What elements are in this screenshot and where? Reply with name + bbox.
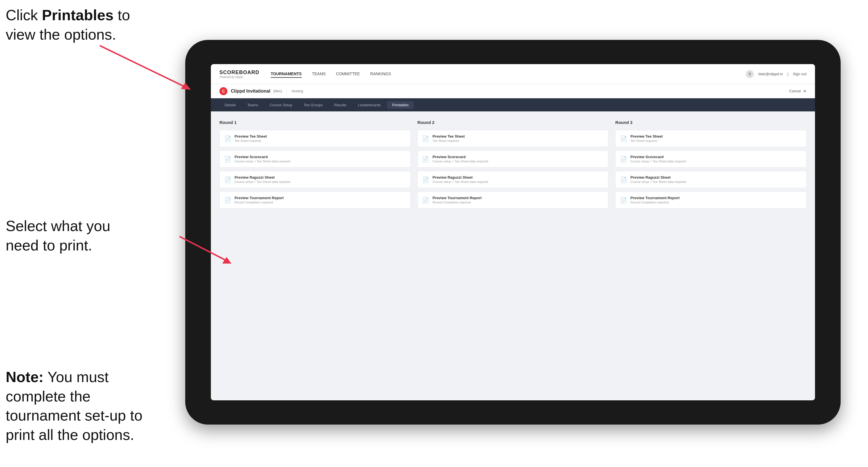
- r2-raguzzi-title: Preview Raguzzi Sheet: [433, 175, 488, 180]
- document-icon: 📄: [224, 135, 231, 143]
- tournament-name: Clippd Invitational: [231, 89, 271, 94]
- avatar: B: [746, 70, 754, 78]
- annotation-middle: Select what youneed to print.: [6, 217, 110, 255]
- doc-icon-r2-4: 📄: [422, 196, 429, 204]
- separator: |: [787, 72, 788, 76]
- r3-report-subtitle: Round Completion required: [630, 200, 679, 204]
- document-icon-3: 📄: [224, 176, 231, 184]
- r3-tee-sheet-subtitle: Tee Sheet required: [630, 139, 662, 143]
- annotation-bottom: Note: You must complete the tournament s…: [6, 368, 148, 444]
- printables-bold: Printables: [42, 7, 114, 23]
- r2-scorecard-title: Preview Scorecard: [433, 155, 488, 159]
- doc-icon-r3-4: 📄: [620, 196, 627, 204]
- r3-raguzzi-subtitle: Course setup + Tee Sheet data required: [630, 180, 686, 184]
- note-bold: Note:: [6, 369, 43, 385]
- document-icon-4: 📄: [224, 196, 231, 204]
- r1-raguzzi-subtitle: Course setup + Tee Sheet data required: [235, 180, 290, 184]
- round-1-report-card[interactable]: 📄 Preview Tournament Report Round Comple…: [219, 191, 411, 209]
- round-3-raguzzi-card[interactable]: 📄 Preview Raguzzi Sheet Course setup + T…: [615, 171, 806, 188]
- sign-out-link[interactable]: Sign out: [793, 72, 806, 76]
- r3-raguzzi-title: Preview Raguzzi Sheet: [630, 175, 686, 180]
- tab-leaderboards[interactable]: Leaderboards: [353, 101, 386, 109]
- round-3-tee-sheet-card[interactable]: 📄 Preview Tee Sheet Tee Sheet required: [615, 130, 806, 147]
- round-1-raguzzi-card[interactable]: 📄 Preview Raguzzi Sheet Course setup + T…: [219, 171, 411, 188]
- round-2-column: Round 2 📄 Preview Tee Sheet Tee Sheet re…: [417, 120, 609, 209]
- tournament-logo: C: [219, 87, 227, 95]
- top-nav: SCOREBOARD Powered by clippd TOURNAMENTS…: [211, 64, 815, 84]
- r3-tee-sheet-title: Preview Tee Sheet: [630, 134, 662, 138]
- r2-raguzzi-subtitle: Course setup + Tee Sheet data required: [433, 180, 488, 184]
- document-icon-2: 📄: [224, 155, 231, 163]
- r2-tee-sheet-title: Preview Tee Sheet: [433, 134, 465, 138]
- r1-scorecard-subtitle: Course setup + Tee Sheet data required: [235, 160, 290, 163]
- tab-details[interactable]: Details: [219, 101, 241, 109]
- logo-area: SCOREBOARD Powered by clippd: [219, 69, 259, 79]
- content-area: Round 1 📄 Preview Tee Sheet Tee Sheet re…: [211, 112, 815, 400]
- round-3-report-card[interactable]: 📄 Preview Tournament Report Round Comple…: [615, 191, 806, 209]
- nav-rankings[interactable]: RANKINGS: [370, 70, 391, 78]
- tablet: SCOREBOARD Powered by clippd TOURNAMENTS…: [185, 40, 841, 425]
- r3-report-title: Preview Tournament Report: [630, 196, 679, 200]
- round-3-column: Round 3 📄 Preview Tee Sheet Tee Sheet re…: [615, 120, 806, 209]
- tablet-screen: SCOREBOARD Powered by clippd TOURNAMENTS…: [211, 64, 815, 400]
- round-3-title: Round 3: [615, 120, 806, 125]
- tab-course-setup[interactable]: Course Setup: [265, 101, 298, 109]
- sub-header: C Clippd Invitational (Men) Hosting Canc…: [211, 84, 815, 98]
- logo-title: SCOREBOARD: [219, 69, 259, 75]
- close-icon[interactable]: ✕: [803, 89, 806, 93]
- r2-report-subtitle: Round Completion required: [433, 200, 482, 204]
- tab-results[interactable]: Results: [329, 101, 352, 109]
- r1-tee-sheet-subtitle: Tee Sheet required: [235, 139, 267, 143]
- tab-bar: Details Teams Course Setup Tee Groups Re…: [211, 98, 815, 112]
- r2-tee-sheet-subtitle: Tee Sheet required: [433, 139, 465, 143]
- r1-raguzzi-title: Preview Raguzzi Sheet: [235, 175, 290, 180]
- round-1-column: Round 1 📄 Preview Tee Sheet Tee Sheet re…: [219, 120, 411, 209]
- tab-teams[interactable]: Teams: [242, 101, 263, 109]
- top-nav-right: B blair@clippd.io | Sign out: [746, 70, 806, 78]
- round-2-tee-sheet-card[interactable]: 📄 Preview Tee Sheet Tee Sheet required: [417, 130, 609, 147]
- round-2-scorecard-card[interactable]: 📄 Preview Scorecard Course setup + Tee S…: [417, 150, 609, 167]
- r1-report-title: Preview Tournament Report: [235, 196, 283, 200]
- logo-sub: Powered by clippd: [219, 75, 259, 79]
- r1-scorecard-title: Preview Scorecard: [235, 155, 290, 159]
- round-2-report-card[interactable]: 📄 Preview Tournament Report Round Comple…: [417, 191, 609, 209]
- rounds-grid: Round 1 📄 Preview Tee Sheet Tee Sheet re…: [219, 120, 806, 209]
- svg-line-0: [100, 45, 188, 88]
- round-1-tee-sheet-card[interactable]: 📄 Preview Tee Sheet Tee Sheet required: [219, 130, 411, 147]
- r1-tee-sheet-title: Preview Tee Sheet: [235, 134, 267, 138]
- tournament-status: Hosting: [287, 89, 303, 93]
- r3-scorecard-title: Preview Scorecard: [630, 155, 686, 159]
- r2-report-title: Preview Tournament Report: [433, 196, 482, 200]
- r3-scorecard-subtitle: Course setup + Tee Sheet data required: [630, 160, 686, 163]
- nav-teams[interactable]: TEAMS: [312, 70, 326, 78]
- doc-icon-r3-2: 📄: [620, 155, 627, 163]
- doc-icon-r2-2: 📄: [422, 155, 429, 163]
- round-3-scorecard-card[interactable]: 📄 Preview Scorecard Course setup + Tee S…: [615, 150, 806, 167]
- round-1-scorecard-card[interactable]: 📄 Preview Scorecard Course setup + Tee S…: [219, 150, 411, 167]
- cancel-button[interactable]: Cancel: [789, 89, 801, 93]
- user-email: blair@clippd.io: [758, 72, 782, 76]
- arrow-top-icon: [97, 43, 194, 94]
- tab-printables[interactable]: Printables: [387, 101, 414, 109]
- round-2-title: Round 2: [417, 120, 609, 125]
- doc-icon-r2-3: 📄: [422, 176, 429, 184]
- top-nav-items: TOURNAMENTS TEAMS COMMITTEE RANKINGS: [271, 70, 746, 78]
- doc-icon-r2-1: 📄: [422, 135, 429, 143]
- annotation-top: Click Printables toview the options.: [6, 6, 130, 44]
- nav-committee[interactable]: COMMITTEE: [336, 70, 360, 78]
- nav-tournaments[interactable]: TOURNAMENTS: [271, 70, 302, 78]
- r1-report-subtitle: Round Completion required: [235, 200, 283, 204]
- round-2-raguzzi-card[interactable]: 📄 Preview Raguzzi Sheet Course setup + T…: [417, 171, 609, 188]
- round-1-title: Round 1: [219, 120, 411, 125]
- doc-icon-r3-3: 📄: [620, 176, 627, 184]
- tournament-badge: (Men): [273, 89, 282, 93]
- tab-tee-groups[interactable]: Tee Groups: [299, 101, 328, 109]
- r2-scorecard-subtitle: Course setup + Tee Sheet data required: [433, 160, 488, 163]
- doc-icon-r3-1: 📄: [620, 135, 627, 143]
